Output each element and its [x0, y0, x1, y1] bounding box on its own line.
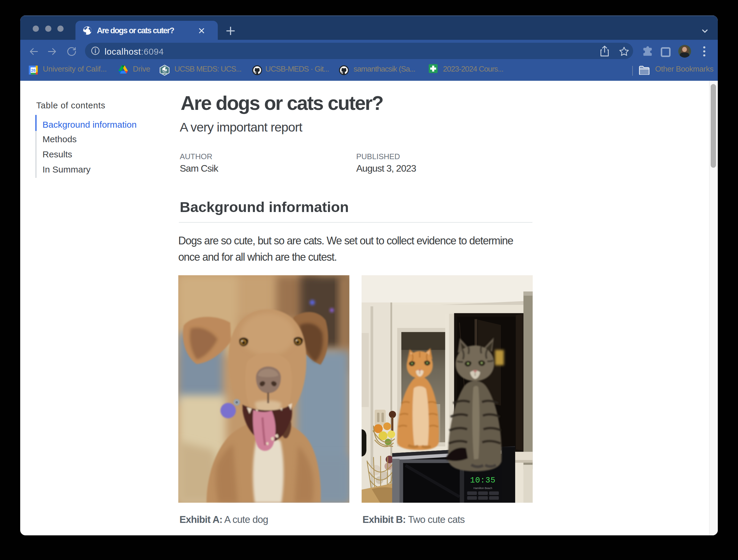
svg-text:26: 26 — [31, 68, 36, 73]
svg-text:10:35: 10:35 — [470, 476, 495, 485]
svg-text:Hamilton Beach: Hamilton Beach — [473, 487, 492, 490]
svg-text:MEDS: MEDS — [162, 72, 167, 74]
